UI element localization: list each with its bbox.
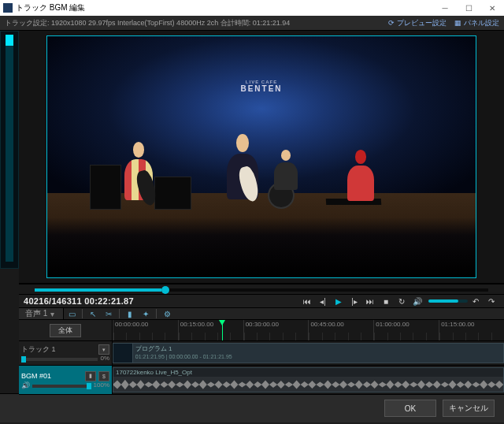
ok-button[interactable]: OK: [384, 400, 436, 417]
scrub-thumb[interactable]: [161, 286, 169, 294]
undo-button[interactable]: ↶: [469, 295, 483, 307]
mute-button[interactable]: ▮: [85, 371, 96, 381]
scrub-bar[interactable]: [19, 285, 504, 294]
loop-button[interactable]: ↻: [395, 295, 409, 307]
audio-waveform: [113, 378, 503, 392]
window-titlebar: トラック BGM 編集 ─ ☐ ✕: [0, 0, 504, 16]
program-clip[interactable]: プログラム 1 01:21:21.95 | 00:00:00.00 - 01:2…: [132, 343, 504, 363]
info-bar: トラック設定: 1920x1080 29.97fps Interlace(Top…: [0, 16, 504, 31]
refresh-icon: ⟳: [388, 19, 395, 27]
transport-bar: 40216/146311 00:22:21.87 ⏮ ◂| ▶ |▸ ⏭ ■ ↻…: [19, 294, 504, 308]
window-title: トラック BGM 編集: [16, 2, 85, 13]
track-toggle-icon[interactable]: ▾: [98, 344, 109, 355]
tool-fx-icon[interactable]: ✦: [138, 308, 154, 319]
video-lane[interactable]: プログラム 1 01:21:21.95 | 00:00:00.00 - 01:2…: [113, 341, 504, 365]
audio-clip[interactable]: 170722kenko Live_H5_Opt: [113, 367, 504, 392]
venue-sign: LIVE CAFEBENTEN: [240, 80, 282, 93]
audio-tab[interactable]: 音声 1▾: [19, 308, 64, 319]
fast-fwd-button[interactable]: ⏭: [363, 295, 377, 307]
ruler-head: 全体: [19, 320, 113, 340]
volume-slider[interactable]: [428, 299, 468, 303]
stop-button[interactable]: ■: [379, 295, 393, 307]
left-strip: [0, 31, 19, 393]
speaker-icon: 🔊: [21, 381, 30, 389]
solo-button[interactable]: $: [98, 371, 109, 381]
step-fwd-button[interactable]: |▸: [347, 295, 361, 307]
video-preview[interactable]: LIVE CAFEBENTEN: [46, 35, 476, 278]
video-thumb-clip[interactable]: [113, 343, 134, 363]
tool-settings-icon[interactable]: ⚙: [159, 308, 175, 319]
rewind-button[interactable]: ⏮: [300, 295, 314, 307]
close-button[interactable]: ✕: [480, 0, 504, 16]
track-settings-spec: 1920x1080 29.97fps Interlace(TopFirst) 4…: [51, 18, 290, 28]
audio-scope: [0, 31, 19, 269]
tool-marker-icon[interactable]: ▮: [122, 308, 138, 319]
video-track-header[interactable]: トラック 1▾ 0%: [19, 341, 113, 365]
panel-settings-link[interactable]: ▦パネル設定: [454, 18, 499, 28]
tool-cursor-icon[interactable]: ↖: [85, 308, 101, 319]
panel-icon: ▦: [454, 19, 461, 27]
preview-settings-link[interactable]: ⟳プレビュー設定: [388, 18, 447, 28]
timeline: 全体 00:00:00.00 00:15:00.00 00:30:00.00 0…: [19, 320, 504, 395]
footer: OK キャンセル: [0, 393, 504, 422]
audio-track-header[interactable]: BGM #01▮$ 🔊100%: [19, 366, 113, 394]
cancel-button[interactable]: キャンセル: [443, 400, 495, 417]
redo-button[interactable]: ↷: [484, 295, 498, 307]
audio-lane[interactable]: 170722kenko Live_H5_Opt: [113, 366, 504, 394]
volume-icon[interactable]: 🔊: [410, 295, 424, 307]
app-icon: [3, 3, 13, 13]
timecode: 40216/146311 00:22:21.87: [24, 296, 134, 306]
preview-area: LIVE CAFEBENTEN: [19, 31, 504, 283]
step-back-button[interactable]: ◂|: [316, 295, 330, 307]
track-settings-label: トラック設定:: [5, 18, 50, 28]
timeline-toolbar: 音声 1▾ ▭ ↖ ✂ ▮ ✦ ⚙: [19, 308, 504, 320]
fit-whole-button[interactable]: 全体: [50, 324, 81, 337]
chevron-down-icon: ▾: [47, 310, 57, 318]
playhead[interactable]: [222, 320, 223, 340]
maximize-button[interactable]: ☐: [457, 0, 480, 16]
time-ruler[interactable]: 00:00:00.00 00:15:00.00 00:30:00.00 00:4…: [113, 320, 504, 340]
tool-cut-icon[interactable]: ✂: [101, 308, 117, 319]
minimize-button[interactable]: ─: [433, 0, 457, 16]
play-button[interactable]: ▶: [332, 295, 346, 307]
tool-select-icon[interactable]: ▭: [64, 308, 80, 319]
